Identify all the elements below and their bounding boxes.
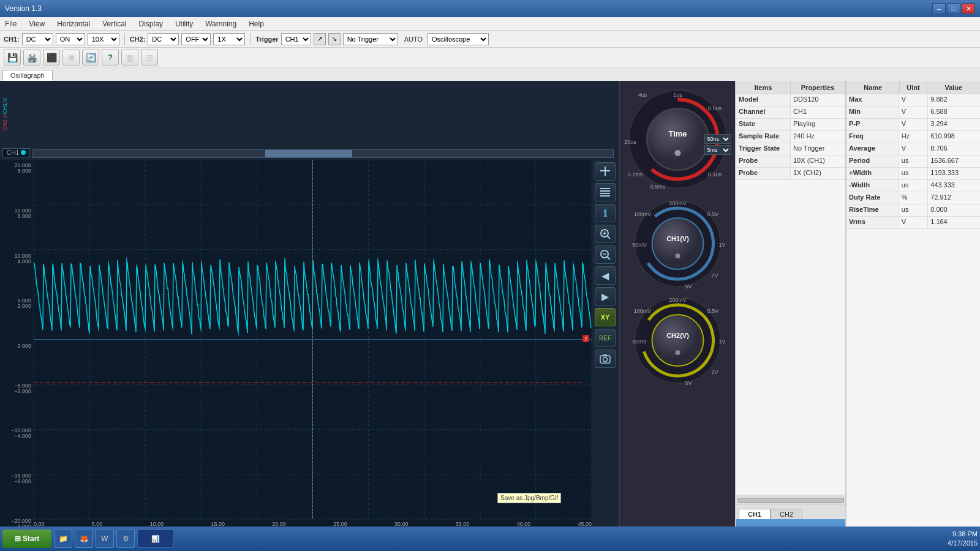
minimize-button[interactable]: –	[932, 3, 946, 14]
menu-view[interactable]: View	[26, 18, 47, 29]
tab-bar: Osillagraph	[0, 67, 980, 81]
meas-name: Freq	[846, 131, 899, 143]
reset-icon-button[interactable]: 🔄	[82, 50, 99, 66]
zoom-in-btn[interactable]	[595, 225, 616, 243]
props-col-properties: Properties	[791, 81, 845, 94]
restore-button[interactable]: □	[947, 3, 960, 14]
props-scrollbar[interactable]	[736, 495, 845, 504]
info-btn[interactable]: ℹ	[595, 204, 616, 222]
svg-rect-3	[600, 190, 610, 192]
menu-file[interactable]: File	[2, 18, 19, 29]
meas-row: RiseTimeus0.000	[846, 204, 980, 217]
meas-row: Periodus1636.667	[846, 156, 980, 168]
ref-btn[interactable]: REF	[595, 329, 616, 347]
scope-area: CH1:V CH2:V CH1	[0, 81, 619, 551]
props-row-probe1: Probe 10X (CH1)	[736, 156, 845, 168]
camera-btn[interactable]	[595, 350, 616, 368]
ch2-probe-select[interactable]: 1X10X100X	[213, 33, 245, 45]
taskbar-app[interactable]: 📊	[137, 530, 174, 548]
taskbar-chrome[interactable]: ⚙	[116, 530, 135, 548]
titlebar-title: Version 1.3	[5, 4, 42, 13]
meas-value: 0.000	[928, 204, 980, 216]
props-state-label: State	[736, 119, 791, 130]
cursor-btn[interactable]	[595, 162, 616, 181]
taskbar-firefox[interactable]: 🦊	[75, 530, 93, 548]
props-samplerate-value: 240 Hz	[791, 131, 845, 143]
menu-help[interactable]: Help	[246, 18, 266, 29]
meas-name: P-P	[846, 119, 899, 130]
menu-warning[interactable]: Warnning	[203, 18, 239, 29]
meas-unit: V	[899, 119, 928, 130]
svg-text:200mV: 200mV	[669, 200, 687, 206]
meas-name: Period	[846, 156, 899, 167]
grid2-icon-button[interactable]: ⊞	[141, 50, 158, 66]
trigger-rising-button[interactable]: ↗	[314, 33, 326, 45]
props-meas-area: Items Properties Model DDS120 Channel CH…	[735, 81, 980, 551]
scope-mode-select[interactable]: OscilloscopeSpectrum	[428, 33, 489, 45]
svg-rect-1	[605, 167, 606, 176]
meas-unit: V	[899, 107, 928, 118]
props-probe1-value: 10X (CH1)	[791, 156, 845, 167]
ch1-label: CH1:	[4, 36, 20, 43]
svg-point-52	[675, 350, 680, 355]
trigger-ch-select[interactable]: CH1CH2	[281, 33, 311, 45]
grid-icon-button[interactable]: ▦	[121, 50, 138, 66]
svg-point-39	[652, 218, 703, 269]
taskbar-date: 4/17/2015	[948, 539, 978, 548]
props-col-items: Items	[736, 81, 791, 94]
trigger-falling-button[interactable]: ↘	[328, 33, 341, 45]
time-division-select[interactable]: 5ms1ms2ms	[704, 145, 731, 155]
meas-name: Min	[846, 107, 899, 118]
ch1-probe-select[interactable]: 10X1X100X	[88, 33, 119, 45]
props-row-channel: Channel CH1	[736, 107, 845, 119]
ch1-coupling-select[interactable]: DCACGND	[22, 33, 53, 45]
ch2-knob-container: 200mV 0.5V 1V 2V 5V 50mV 100mV CH2(V)	[624, 294, 731, 386]
measure-btn[interactable]	[595, 183, 616, 201]
meas-value: 1636.667	[928, 156, 980, 167]
svg-text:0.5ms: 0.5ms	[650, 184, 665, 190]
time-selector-select[interactable]: 50ns1us5us	[704, 134, 731, 144]
menu-display[interactable]: Display	[137, 18, 165, 29]
start-button[interactable]: ⊞ Start	[2, 530, 51, 548]
close-button[interactable]: ✕	[962, 3, 975, 14]
stop-icon-button[interactable]: ⬛	[43, 50, 60, 66]
trigger-mode-select[interactable]: No TriggerAutoNormalSingle	[343, 33, 398, 45]
meas-name: Duty Rate	[846, 192, 899, 204]
meas-value: 3.294	[928, 119, 980, 130]
svg-text:50mV: 50mV	[632, 339, 647, 345]
tab-osillagraph[interactable]: Osillagraph	[2, 70, 53, 81]
svg-text:50mV: 50mV	[632, 242, 647, 248]
xy-mode-btn[interactable]: XY	[595, 308, 616, 326]
zoom-out-btn[interactable]	[595, 246, 616, 264]
svg-point-28	[674, 150, 680, 156]
trigger-label: Trigger	[255, 36, 278, 43]
menu-vertical[interactable]: Vertical	[100, 18, 129, 29]
ch2-state-select[interactable]: OFFON	[181, 33, 211, 45]
pan-right-btn[interactable]: ▶	[595, 287, 616, 305]
scope-canvas[interactable]: 20.0008.000 15.0006.000 10.0004.000 5.00…	[0, 160, 592, 533]
ch2-tab[interactable]: CH2	[771, 509, 802, 519]
meas-header: Name Uint Value	[846, 81, 980, 94]
ch1-header-label: CH1	[7, 149, 19, 156]
menu-utility[interactable]: Utility	[173, 18, 195, 29]
print-icon-button[interactable]: 🖨️	[23, 50, 40, 66]
props-state-value: Playing	[791, 119, 845, 130]
menu-horizontal[interactable]: Horizontal	[55, 18, 92, 29]
pan-left-btn[interactable]: ◀	[595, 266, 616, 285]
help-icon-button[interactable]: ?	[102, 50, 119, 66]
taskbar-word[interactable]: W	[96, 530, 114, 548]
props-channel-label: Channel	[736, 107, 791, 118]
meas-name: RiseTime	[846, 204, 899, 216]
meas-name: +Width	[846, 168, 899, 179]
ch2-coupling-select[interactable]: DCACGND	[148, 33, 179, 45]
record-icon-button[interactable]: ⏺	[62, 50, 80, 66]
meas-name: Average	[846, 143, 899, 155]
ch1-tab[interactable]: CH1	[739, 509, 771, 519]
save-icon-button[interactable]: 💾	[4, 50, 21, 66]
meas-row: FreqHz610.998	[846, 131, 980, 143]
taskbar-file-explorer[interactable]: 📁	[54, 530, 72, 548]
ch1-state-select[interactable]: ONOFF	[56, 33, 85, 45]
svg-rect-4	[600, 193, 610, 194]
ch2-y-axis-label: CH2:V	[2, 114, 8, 131]
props-model-label: Model	[736, 94, 791, 106]
